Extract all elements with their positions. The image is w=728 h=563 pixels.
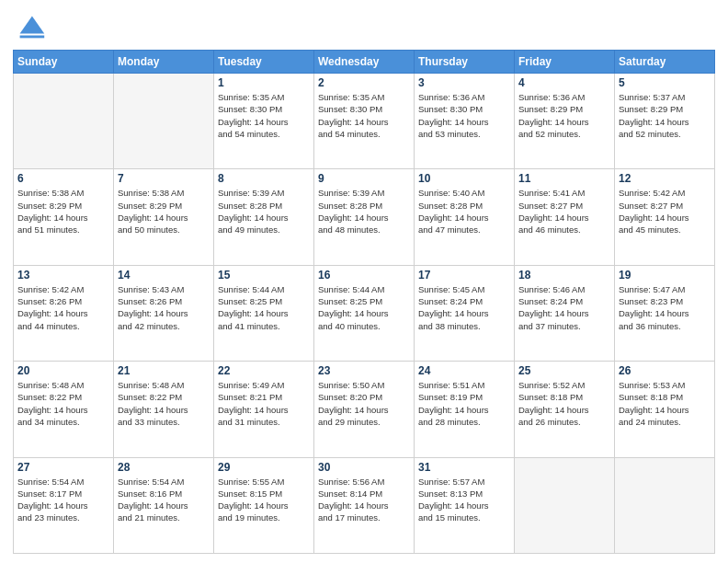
day-info: Sunrise: 5:52 AM Sunset: 8:18 PM Dayligh… — [518, 379, 610, 428]
calendar-cell: 17Sunrise: 5:45 AM Sunset: 8:24 PM Dayli… — [415, 265, 515, 361]
calendar-cell: 22Sunrise: 5:49 AM Sunset: 8:21 PM Dayli… — [214, 362, 314, 457]
day-info: Sunrise: 5:35 AM Sunset: 8:30 PM Dayligh… — [318, 91, 410, 140]
calendar-week-row: 27Sunrise: 5:54 AM Sunset: 8:17 PM Dayli… — [14, 457, 715, 553]
calendar-cell: 7Sunrise: 5:38 AM Sunset: 8:29 PM Daylig… — [114, 169, 214, 265]
calendar-cell: 21Sunrise: 5:48 AM Sunset: 8:22 PM Dayli… — [114, 362, 214, 457]
day-info: Sunrise: 5:48 AM Sunset: 8:22 PM Dayligh… — [17, 379, 109, 428]
day-info: Sunrise: 5:36 AM Sunset: 8:29 PM Dayligh… — [518, 91, 610, 140]
day-info: Sunrise: 5:36 AM Sunset: 8:30 PM Dayligh… — [418, 91, 510, 140]
calendar-header-tuesday: Tuesday — [214, 51, 314, 74]
day-info: Sunrise: 5:47 AM Sunset: 8:23 PM Dayligh… — [619, 283, 711, 332]
calendar-cell — [114, 74, 214, 169]
calendar-cell: 2Sunrise: 5:35 AM Sunset: 8:30 PM Daylig… — [314, 74, 415, 169]
day-number: 8 — [218, 172, 310, 185]
day-info: Sunrise: 5:42 AM Sunset: 8:26 PM Dayligh… — [17, 283, 109, 332]
day-info: Sunrise: 5:38 AM Sunset: 8:29 PM Dayligh… — [118, 187, 210, 236]
logo-icon — [13, 9, 48, 44]
day-number: 14 — [118, 269, 210, 282]
calendar-cell: 16Sunrise: 5:44 AM Sunset: 8:25 PM Dayli… — [314, 265, 415, 361]
calendar-header-saturday: Saturday — [615, 51, 715, 74]
calendar-cell: 30Sunrise: 5:56 AM Sunset: 8:14 PM Dayli… — [314, 457, 415, 553]
day-number: 30 — [318, 461, 410, 474]
calendar-cell — [14, 74, 114, 169]
day-number: 10 — [418, 172, 510, 185]
day-info: Sunrise: 5:48 AM Sunset: 8:22 PM Dayligh… — [118, 379, 210, 428]
calendar-header-thursday: Thursday — [415, 51, 515, 74]
logo — [13, 9, 50, 44]
day-info: Sunrise: 5:49 AM Sunset: 8:21 PM Dayligh… — [218, 379, 310, 428]
calendar-cell: 27Sunrise: 5:54 AM Sunset: 8:17 PM Dayli… — [14, 457, 114, 553]
day-info: Sunrise: 5:40 AM Sunset: 8:28 PM Dayligh… — [418, 187, 510, 236]
calendar-week-row: 13Sunrise: 5:42 AM Sunset: 8:26 PM Dayli… — [14, 265, 715, 361]
day-info: Sunrise: 5:56 AM Sunset: 8:14 PM Dayligh… — [318, 476, 410, 524]
day-number: 12 — [619, 172, 711, 185]
calendar-cell: 26Sunrise: 5:53 AM Sunset: 8:18 PM Dayli… — [615, 362, 715, 457]
day-number: 15 — [218, 269, 310, 282]
day-number: 7 — [118, 172, 210, 185]
day-info: Sunrise: 5:50 AM Sunset: 8:20 PM Dayligh… — [318, 379, 410, 428]
day-number: 11 — [518, 172, 610, 185]
calendar-header-row: SundayMondayTuesdayWednesdayThursdayFrid… — [14, 51, 715, 74]
day-info: Sunrise: 5:57 AM Sunset: 8:13 PM Dayligh… — [418, 476, 510, 524]
day-number: 13 — [17, 269, 109, 282]
day-number: 1 — [218, 76, 310, 89]
calendar-cell: 6Sunrise: 5:38 AM Sunset: 8:29 PM Daylig… — [14, 169, 114, 265]
calendar-cell: 11Sunrise: 5:41 AM Sunset: 8:27 PM Dayli… — [515, 169, 615, 265]
calendar-week-row: 6Sunrise: 5:38 AM Sunset: 8:29 PM Daylig… — [14, 169, 715, 265]
day-number: 28 — [118, 461, 210, 474]
calendar-cell: 5Sunrise: 5:37 AM Sunset: 8:29 PM Daylig… — [615, 74, 715, 169]
calendar-cell: 14Sunrise: 5:43 AM Sunset: 8:26 PM Dayli… — [114, 265, 214, 361]
day-number: 27 — [17, 461, 109, 474]
day-number: 25 — [518, 364, 610, 377]
calendar-header-friday: Friday — [515, 51, 615, 74]
calendar-cell — [615, 457, 715, 553]
day-info: Sunrise: 5:42 AM Sunset: 8:27 PM Dayligh… — [619, 187, 711, 236]
calendar-cell: 9Sunrise: 5:39 AM Sunset: 8:28 PM Daylig… — [314, 169, 415, 265]
day-info: Sunrise: 5:53 AM Sunset: 8:18 PM Dayligh… — [619, 379, 711, 428]
calendar-cell: 3Sunrise: 5:36 AM Sunset: 8:30 PM Daylig… — [415, 74, 515, 169]
day-info: Sunrise: 5:35 AM Sunset: 8:30 PM Dayligh… — [218, 91, 310, 140]
day-number: 6 — [17, 172, 109, 185]
day-info: Sunrise: 5:55 AM Sunset: 8:15 PM Dayligh… — [218, 476, 310, 524]
day-info: Sunrise: 5:54 AM Sunset: 8:16 PM Dayligh… — [118, 476, 210, 524]
day-info: Sunrise: 5:39 AM Sunset: 8:28 PM Dayligh… — [318, 187, 410, 236]
calendar-cell: 10Sunrise: 5:40 AM Sunset: 8:28 PM Dayli… — [415, 169, 515, 265]
day-info: Sunrise: 5:51 AM Sunset: 8:19 PM Dayligh… — [418, 379, 510, 428]
day-info: Sunrise: 5:43 AM Sunset: 8:26 PM Dayligh… — [118, 283, 210, 332]
header — [13, 9, 715, 44]
calendar-cell: 25Sunrise: 5:52 AM Sunset: 8:18 PM Dayli… — [515, 362, 615, 457]
day-number: 5 — [619, 76, 711, 89]
calendar-cell: 19Sunrise: 5:47 AM Sunset: 8:23 PM Dayli… — [615, 265, 715, 361]
day-number: 4 — [518, 76, 610, 89]
calendar-cell: 13Sunrise: 5:42 AM Sunset: 8:26 PM Dayli… — [14, 265, 114, 361]
day-number: 29 — [218, 461, 310, 474]
calendar-cell — [515, 457, 615, 553]
day-number: 23 — [318, 364, 410, 377]
day-info: Sunrise: 5:46 AM Sunset: 8:24 PM Dayligh… — [518, 283, 610, 332]
day-number: 26 — [619, 364, 711, 377]
day-info: Sunrise: 5:44 AM Sunset: 8:25 PM Dayligh… — [318, 283, 410, 332]
calendar-cell: 31Sunrise: 5:57 AM Sunset: 8:13 PM Dayli… — [415, 457, 515, 553]
calendar-header-wednesday: Wednesday — [314, 51, 415, 74]
calendar-cell: 1Sunrise: 5:35 AM Sunset: 8:30 PM Daylig… — [214, 74, 314, 169]
day-number: 17 — [418, 269, 510, 282]
day-number: 31 — [418, 461, 510, 474]
calendar-table: SundayMondayTuesdayWednesdayThursdayFrid… — [13, 50, 715, 554]
day-number: 24 — [418, 364, 510, 377]
day-info: Sunrise: 5:39 AM Sunset: 8:28 PM Dayligh… — [218, 187, 310, 236]
calendar-cell: 15Sunrise: 5:44 AM Sunset: 8:25 PM Dayli… — [214, 265, 314, 361]
calendar-week-row: 20Sunrise: 5:48 AM Sunset: 8:22 PM Dayli… — [14, 362, 715, 457]
calendar-cell: 29Sunrise: 5:55 AM Sunset: 8:15 PM Dayli… — [214, 457, 314, 553]
calendar-cell: 18Sunrise: 5:46 AM Sunset: 8:24 PM Dayli… — [515, 265, 615, 361]
calendar-cell: 20Sunrise: 5:48 AM Sunset: 8:22 PM Dayli… — [14, 362, 114, 457]
day-number: 22 — [218, 364, 310, 377]
calendar-cell: 12Sunrise: 5:42 AM Sunset: 8:27 PM Dayli… — [615, 169, 715, 265]
calendar-cell: 23Sunrise: 5:50 AM Sunset: 8:20 PM Dayli… — [314, 362, 415, 457]
day-info: Sunrise: 5:44 AM Sunset: 8:25 PM Dayligh… — [218, 283, 310, 332]
calendar-cell: 24Sunrise: 5:51 AM Sunset: 8:19 PM Dayli… — [415, 362, 515, 457]
day-number: 20 — [17, 364, 109, 377]
day-number: 2 — [318, 76, 410, 89]
day-number: 19 — [619, 269, 711, 282]
calendar-cell: 4Sunrise: 5:36 AM Sunset: 8:29 PM Daylig… — [515, 74, 615, 169]
calendar-header-sunday: Sunday — [14, 51, 114, 74]
